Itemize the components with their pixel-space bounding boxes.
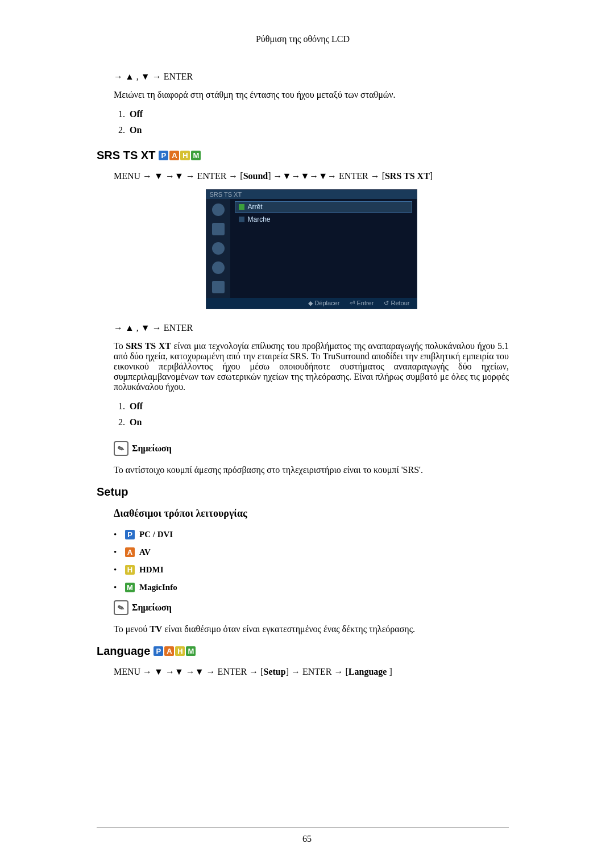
language-title: Language: [97, 645, 150, 658]
osd-screenshot: SRS TS XT Arrêt Marche: [206, 189, 417, 309]
osd-sidebar: [206, 199, 230, 298]
srs-desc-bold: SRS TS XT: [126, 341, 171, 351]
lang-path-setup: Setup: [264, 667, 286, 676]
language-mode-badges: P A H M: [154, 646, 196, 656]
page-number: 65: [0, 834, 614, 844]
badge-m-icon: M: [186, 646, 196, 656]
srs-title: SRS TS XT: [97, 149, 155, 162]
badge-a-icon: A: [164, 646, 174, 656]
badge-m-icon: M: [191, 151, 201, 160]
lang-path-pre: MENU → ▼ →▼ →▼ → ENTER → [: [114, 667, 264, 676]
lang-path-post: ]: [387, 667, 392, 676]
volume-leveling-description: Μειώνει τη διαφορά στη στάθμη της ένταση…: [114, 90, 509, 100]
osd-option-marche: Marche: [235, 214, 412, 225]
osd-title: SRS TS XT: [206, 190, 417, 199]
mode-av: • A AV: [114, 547, 509, 557]
badge-p-icon: P: [159, 151, 168, 160]
srs-section-heading: SRS TS XT P A H M: [97, 149, 509, 162]
page-header: Ρύθμιση της οθόνης LCD: [97, 34, 509, 44]
badge-h-icon: H: [125, 565, 135, 575]
list2-on: On: [130, 417, 142, 427]
srs-path-srs: SRS TS XT: [385, 171, 430, 181]
footer-rule: [97, 828, 509, 828]
srs-mode-badges: P A H M: [159, 151, 201, 160]
osd-footer: ◆ Déplacer ⏎ Entrer ↺ Retour: [206, 298, 417, 309]
list1-on: On: [130, 125, 142, 135]
note-label-1: Σημείωση: [132, 443, 172, 454]
modes-list: • P PC / DVI • A AV • H HDMI • M MagicIn…: [114, 530, 509, 592]
lang-path-mid: ] → ENTER → [: [286, 667, 349, 676]
setup-section-heading: Setup: [97, 485, 509, 499]
language-menu-path: MENU → ▼ →▼ →▼ → ENTER → [Setup] → ENTER…: [114, 667, 509, 677]
nav-sequence-2: → ▲ , ▼ → ENTER: [114, 323, 509, 333]
srs-note-text: Το αντίστοιχο κουμπί άμεσης πρόσβασης στ…: [114, 465, 509, 475]
off-on-list-1: Off On: [114, 109, 509, 135]
note-heading-1: Σημείωση: [114, 441, 509, 456]
note-label-2: Σημείωση: [132, 603, 172, 613]
nav-sequence-1: → ▲ , ▼ → ENTER: [114, 72, 509, 82]
list1-off: Off: [130, 109, 143, 119]
osd-foot-deplacer: Déplacer: [314, 300, 339, 306]
badge-h-icon: H: [180, 151, 190, 160]
osd-side-icon: [212, 223, 225, 235]
mode-pc-label: PC / DVI: [139, 530, 173, 539]
osd-main: Arrêt Marche: [230, 199, 417, 298]
setup-note-text: Το μενού TV είναι διαθέσιμο όταν είναι ε…: [114, 624, 509, 634]
language-section-heading: Language P A H M: [97, 645, 509, 658]
osd-side-icon: [212, 261, 225, 274]
mode-hdmi-label: HDMI: [139, 565, 164, 575]
badge-m-icon: M: [125, 583, 135, 592]
mode-hdmi: • H HDMI: [114, 565, 509, 575]
off-on-list-2: Off On: [114, 401, 509, 427]
srs-path-sound: Sound: [243, 171, 268, 181]
setup-note-post: είναι διαθέσιμο όταν είναι εγκατεστημένο…: [162, 624, 415, 634]
setup-note-bold: TV: [150, 624, 162, 634]
check-icon: [239, 217, 244, 222]
mode-av-label: AV: [139, 547, 151, 557]
osd-opt2-label: Marche: [248, 215, 271, 223]
osd-side-icon: [212, 242, 225, 255]
srs-path-post: ]: [430, 171, 433, 181]
lang-path-lang: Language: [349, 667, 387, 676]
mode-magic-label: MagicInfo: [139, 583, 177, 592]
badge-a-icon: A: [125, 547, 135, 557]
osd-side-icon: [212, 203, 225, 216]
srs-path-pre: MENU → ▼ →▼ → ENTER → [: [114, 171, 243, 181]
mode-pc: • P PC / DVI: [114, 530, 509, 539]
setup-title: Setup: [97, 485, 128, 499]
srs-desc-pre: Το: [114, 341, 126, 351]
note-icon: [114, 441, 128, 456]
srs-desc-post: είναι μια τεχνολογία επίλυσης του προβλή…: [114, 341, 509, 392]
mode-magicinfo: • M MagicInfo: [114, 583, 509, 592]
srs-description: Το SRS TS XT είναι μια τεχνολογία επίλυσ…: [114, 341, 509, 392]
badge-p-icon: P: [125, 530, 135, 539]
osd-foot-entrer: Entrer: [356, 300, 374, 306]
note-heading-2: Σημείωση: [114, 600, 509, 615]
check-icon: [239, 204, 244, 210]
setup-note-pre: Το μενού: [114, 624, 150, 634]
srs-path-mid: ] →▼→▼→▼→ ENTER → [: [268, 171, 385, 181]
osd-option-arret: Arrêt: [235, 201, 412, 213]
osd-side-icon: [212, 281, 225, 293]
srs-menu-path: MENU → ▼ →▼ → ENTER → [Sound] →▼→▼→▼→ EN…: [114, 171, 509, 181]
osd-foot-retour: Retour: [391, 300, 409, 306]
osd-opt1-label: Arrêt: [248, 203, 263, 211]
list2-off: Off: [130, 401, 143, 411]
note-icon: [114, 600, 128, 615]
badge-p-icon: P: [154, 646, 163, 656]
badge-h-icon: H: [175, 646, 185, 656]
badge-a-icon: A: [169, 151, 179, 160]
modes-subheading: Διαθέσιμοι τρόποι λειτουργίας: [114, 508, 509, 520]
